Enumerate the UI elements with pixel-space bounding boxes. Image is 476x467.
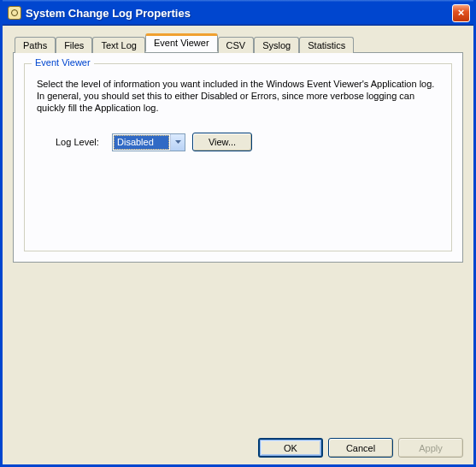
tab-event-viewer[interactable]: Event Viewer — [145, 33, 218, 52]
titlebar: System Change Log Properties × — [3, 0, 473, 26]
spacer — [13, 263, 463, 428]
apply-button: Apply — [398, 438, 463, 458]
log-level-label: Log Level: — [56, 136, 105, 148]
tab-csv[interactable]: CSV — [218, 37, 255, 53]
view-button[interactable]: View... — [192, 133, 252, 151]
app-icon — [8, 6, 21, 20]
groupbox-legend: Event Viewer — [32, 57, 94, 68]
tab-text-log[interactable]: Text Log — [92, 37, 145, 53]
tab-statistics[interactable]: Statistics — [299, 37, 354, 53]
groupbox-event-viewer: Event Viewer Select the level of informa… — [24, 63, 452, 251]
close-icon[interactable]: × — [452, 4, 470, 22]
log-level-dropdown[interactable]: Disabled — [112, 133, 185, 151]
window-title: System Change Log Properties — [26, 7, 452, 20]
description-text: Select the level of information you want… — [37, 78, 439, 114]
tab-paths[interactable]: Paths — [15, 37, 56, 53]
tab-syslog[interactable]: Syslog — [254, 37, 299, 53]
chevron-down-icon[interactable] — [170, 134, 185, 151]
tab-page: Event Viewer Select the level of informa… — [13, 52, 463, 263]
cancel-button[interactable]: Cancel — [328, 438, 393, 458]
group-content: Select the level of information you want… — [25, 64, 451, 160]
dialog-body: Paths Files Text Log Event Viewer CSV Sy… — [3, 26, 473, 464]
log-level-row: Log Level: Disabled View... — [37, 133, 439, 151]
ok-button[interactable]: OK — [258, 438, 323, 458]
tabstrip: Paths Files Text Log Event Viewer CSV Sy… — [13, 34, 463, 52]
log-level-value: Disabled — [114, 135, 169, 150]
window: System Change Log Properties × Paths Fil… — [0, 0, 476, 467]
tab-files[interactable]: Files — [56, 37, 92, 53]
dialog-buttons: OK Cancel Apply — [13, 428, 463, 458]
